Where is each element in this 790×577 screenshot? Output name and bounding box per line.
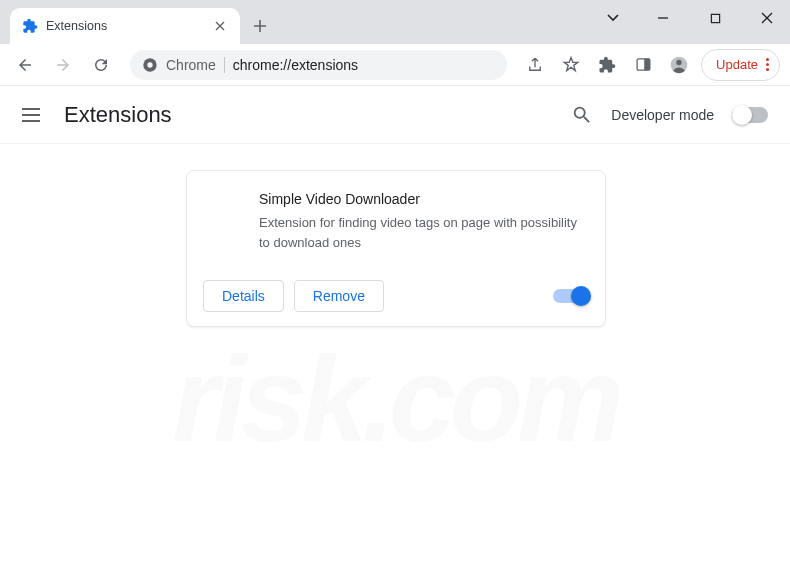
window-close-button[interactable] [752,4,782,32]
window-maximize-button[interactable] [700,4,730,32]
svg-point-2 [147,62,152,67]
tab-close-button[interactable] [212,18,228,34]
svg-rect-0 [711,14,719,22]
chrome-logo-icon [142,57,158,73]
back-button[interactable] [10,50,40,80]
details-button[interactable]: Details [203,280,284,312]
remove-button[interactable]: Remove [294,280,384,312]
bookmark-button[interactable] [557,51,585,79]
extensions-grid: Simple Video Downloader Extension for fi… [0,144,790,353]
developer-mode-toggle[interactable] [732,107,768,123]
window-controls [648,4,782,32]
side-panel-button[interactable] [629,51,657,79]
extension-enable-toggle[interactable] [553,289,589,303]
share-button[interactable] [521,51,549,79]
window-minimize-button[interactable] [648,4,678,32]
window-titlebar: Extensions [0,0,790,44]
developer-mode-label: Developer mode [611,107,714,123]
extension-description: Extension for finding video tags on page… [259,213,585,252]
page-title: Extensions [64,102,172,128]
search-button[interactable] [571,104,593,126]
extension-name: Simple Video Downloader [259,191,585,207]
update-label: Update [716,57,758,72]
address-bar[interactable]: Chrome chrome://extensions [130,50,507,80]
url-text: chrome://extensions [233,57,358,73]
browser-toolbar: Chrome chrome://extensions Update [0,44,790,86]
forward-button[interactable] [48,50,78,80]
browser-tab[interactable]: Extensions [10,8,240,44]
url-scheme-label: Chrome [166,57,225,73]
reload-button[interactable] [86,50,116,80]
main-menu-button[interactable] [22,103,46,127]
svg-point-6 [676,59,681,64]
extension-puzzle-icon [22,18,38,34]
menu-dots-icon [766,58,769,71]
update-button[interactable]: Update [701,49,780,81]
page-header: Extensions Developer mode [0,86,790,144]
new-tab-button[interactable] [246,12,274,40]
extension-card: Simple Video Downloader Extension for fi… [186,170,606,327]
extension-icon-placeholder [207,191,243,227]
tab-title: Extensions [46,19,212,33]
svg-rect-4 [644,59,650,70]
extensions-button[interactable] [593,51,621,79]
profile-button[interactable] [665,51,693,79]
tab-search-button[interactable] [606,10,620,24]
